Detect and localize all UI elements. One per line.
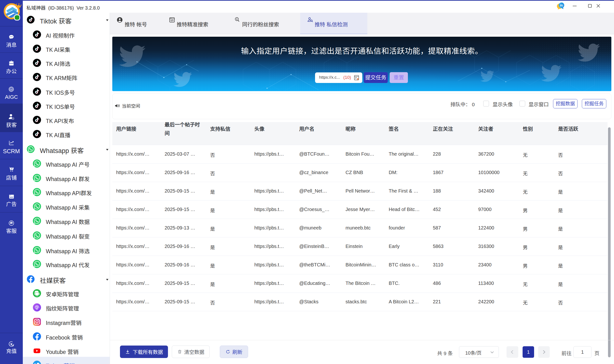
svg-text:AI: AI — [10, 89, 12, 90]
svg-text:Ai: Ai — [560, 4, 563, 7]
svg-text:ADS: ADS — [10, 196, 13, 198]
svg-text:AI: AI — [11, 222, 12, 224]
